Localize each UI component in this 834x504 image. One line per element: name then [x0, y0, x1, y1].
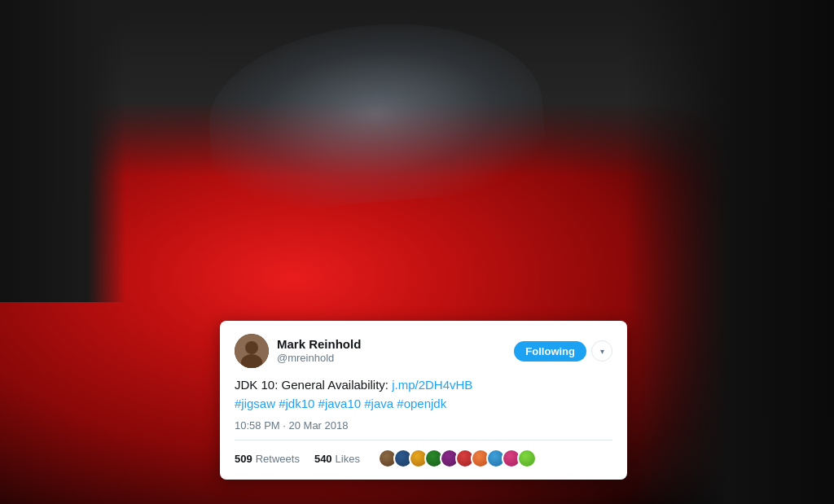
following-button[interactable]: Following [514, 341, 586, 362]
right-shadow [626, 0, 834, 504]
svg-point-1 [245, 341, 258, 354]
left-shadow [0, 0, 125, 302]
retweet-stat: 509 Retweets [235, 453, 300, 465]
chevron-down-icon[interactable]: ▾ [591, 340, 612, 362]
likes-label: Likes [336, 453, 360, 465]
tweet-card: Mark Reinhold @mreinhold Following ▾ JDK… [220, 321, 627, 480]
tweet-content: JDK 10: General Availability: j.mp/2DH4v… [235, 376, 612, 413]
user-names: Mark Reinhold @mreinhold [277, 337, 361, 365]
avatar [235, 334, 269, 368]
liker-avatar-10 [517, 449, 537, 468]
tweet-link[interactable]: j.mp/2DH4vHB [392, 378, 472, 392]
likes-count: 540 [314, 453, 332, 465]
retweet-label: Retweets [256, 453, 300, 465]
display-name: Mark Reinhold [277, 337, 361, 352]
username: @mreinhold [277, 352, 361, 365]
follow-area: Following ▾ [514, 340, 612, 362]
tweet-text-prefix: JDK 10: General Availability: [235, 378, 392, 392]
tweet-stats: 509 Retweets 540 Likes [235, 449, 612, 468]
retweet-count: 509 [235, 453, 252, 465]
tweet-hashtags: #jigsaw #jdk10 #java10 #java #openjdk [235, 397, 446, 410]
likes-stat: 540 Likes [314, 453, 360, 465]
tweet-header: Mark Reinhold @mreinhold Following ▾ [235, 334, 612, 368]
tweet-user-info: Mark Reinhold @mreinhold [235, 334, 361, 368]
avatar-group [378, 449, 537, 468]
tweet-timestamp: 10:58 PM · 20 Mar 2018 [235, 419, 612, 440]
